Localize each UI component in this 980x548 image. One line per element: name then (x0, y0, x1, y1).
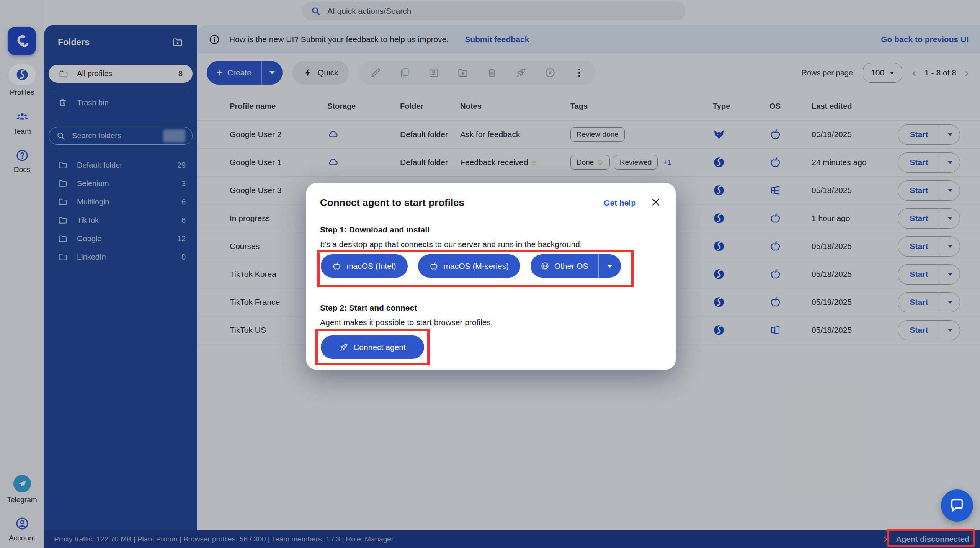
close-icon[interactable] (650, 197, 661, 208)
rocket-icon (339, 343, 348, 352)
globe-icon (541, 262, 549, 270)
app-screen: Profiles Team Docs Telegram Account AI q… (0, 0, 980, 548)
connect-agent-modal: Connect agent to start profiles Get help… (306, 183, 676, 370)
download-buttons-row: macOS (Intel) macOS (M-series) Other OS (321, 254, 621, 278)
connect-agent-button[interactable]: Connect agent (321, 335, 424, 359)
apple-icon (332, 262, 341, 271)
step1-title: Step 1: Download and install (320, 225, 430, 234)
chat-bubble-icon (949, 497, 965, 514)
step2-title: Step 2: Start and connect (320, 303, 417, 312)
get-help-link[interactable]: Get help (604, 198, 636, 208)
chevron-down-icon (607, 265, 612, 268)
other-os-dropdown-toggle[interactable] (598, 254, 621, 278)
download-macos-mseries-button[interactable]: macOS (M-series) (418, 254, 520, 278)
live-chat-button[interactable] (941, 489, 973, 522)
apple-icon (430, 262, 439, 271)
step2-description: Agent makes it possible to start browser… (320, 318, 493, 327)
step1-description: It's a desktop app that connects to our … (320, 240, 582, 249)
download-macos-intel-button[interactable]: macOS (Intel) (321, 254, 408, 278)
download-other-os-button[interactable]: Other OS (531, 254, 621, 278)
